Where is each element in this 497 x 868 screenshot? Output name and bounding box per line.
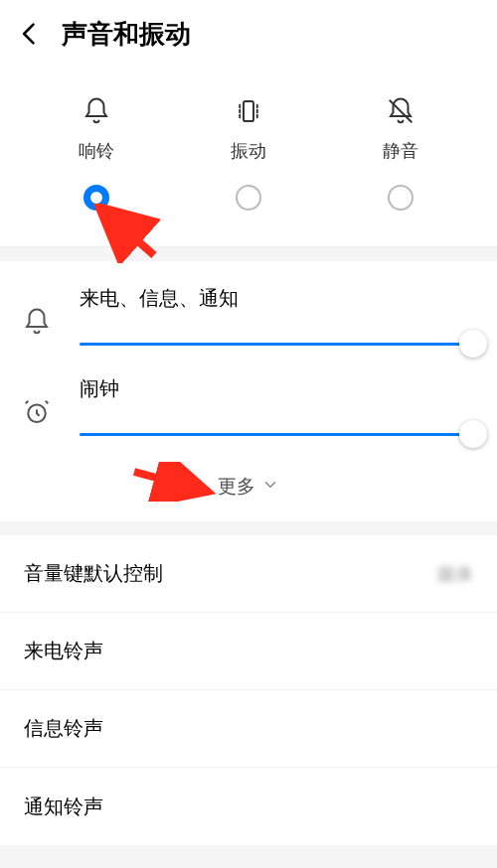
mode-section: 响铃 振动 静音: [0, 68, 497, 247]
slider-thumb[interactable]: [459, 330, 487, 358]
slider-notification-label: 来电、信息、通知: [80, 285, 475, 312]
slider-alarm[interactable]: [80, 420, 475, 448]
page-title: 声音和振动: [62, 17, 191, 52]
mode-mute-label: 静音: [383, 139, 418, 163]
mode-vibrate[interactable]: 振动: [209, 91, 288, 211]
bell-icon: [82, 91, 111, 131]
alarm-clock-icon: [22, 375, 80, 427]
setting-call-ringtone[interactable]: 来电铃声: [0, 613, 497, 690]
setting-volume-key[interactable]: 音量键默认控制 媒体: [0, 535, 497, 613]
slider-alarm-row: 闹钟: [22, 375, 475, 448]
more-button[interactable]: 更多: [22, 466, 475, 504]
bell-outline-icon: [22, 285, 80, 337]
mode-ring-label: 响铃: [79, 139, 114, 163]
setting-label: 通知铃声: [24, 794, 103, 820]
more-label: 更多: [218, 474, 255, 500]
header-bar: 声音和振动: [0, 0, 497, 68]
vibrate-icon: [234, 91, 263, 131]
sliders-section: 来电、信息、通知 闹钟 更多: [0, 261, 497, 521]
chevron-down-icon: [261, 476, 279, 498]
slider-notification-row: 来电、信息、通知: [22, 285, 475, 358]
setting-notification-ringtone[interactable]: 通知铃声: [0, 768, 497, 845]
mode-vibrate-label: 振动: [231, 139, 266, 163]
mode-mute[interactable]: 静音: [361, 91, 440, 211]
slider-alarm-label: 闹钟: [80, 375, 475, 402]
settings-list: 音量键默认控制 媒体 来电铃声 信息铃声 通知铃声: [0, 535, 497, 845]
slider-notification[interactable]: [80, 330, 475, 358]
setting-value: 媒体: [437, 562, 473, 586]
setting-label: 信息铃声: [24, 715, 103, 742]
radio-mute[interactable]: [388, 185, 414, 211]
setting-label: 音量键默认控制: [24, 560, 163, 587]
bell-off-icon: [386, 91, 415, 131]
radio-ring[interactable]: [83, 185, 109, 211]
radio-vibrate[interactable]: [236, 185, 261, 211]
setting-label: 来电铃声: [24, 638, 103, 664]
setting-message-ringtone[interactable]: 信息铃声: [0, 690, 497, 768]
svg-rect-0: [244, 101, 253, 121]
slider-thumb[interactable]: [459, 420, 487, 448]
back-icon[interactable]: [16, 20, 44, 48]
mode-ring[interactable]: 响铃: [57, 91, 136, 211]
